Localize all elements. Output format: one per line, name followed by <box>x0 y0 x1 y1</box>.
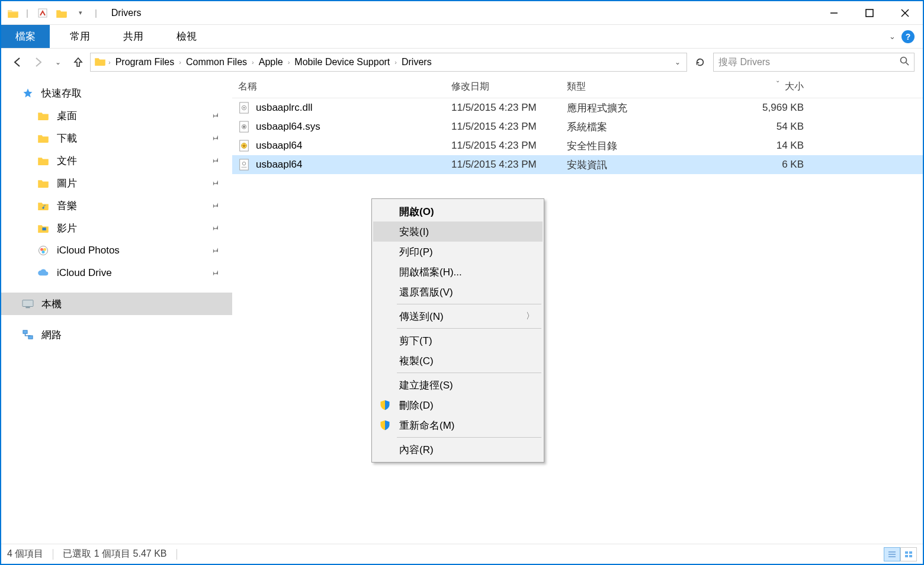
chevron-right-icon[interactable]: › <box>394 59 397 66</box>
pin-icon <box>211 133 219 143</box>
context-menu-item-label: 複製(C) <box>399 354 434 368</box>
column-header-name[interactable]: 名稱 <box>232 81 451 93</box>
file-date-cell: 11/5/2015 4:23 PM <box>451 102 567 114</box>
context-menu-item[interactable]: 開啟(O) <box>373 201 543 221</box>
help-icon[interactable]: ? <box>901 30 915 43</box>
forward-button[interactable] <box>30 54 46 70</box>
sidebar-item[interactable]: 圖片 <box>1 172 232 194</box>
context-menu-item[interactable]: 建立捷徑(S) <box>373 375 543 395</box>
maximize-button[interactable] <box>852 1 887 25</box>
sidebar-item[interactable]: 音樂 <box>1 194 232 217</box>
sidebar-item-icon <box>37 199 50 212</box>
sidebar-item[interactable]: 下載 <box>1 127 232 149</box>
context-menu-item[interactable]: 內容(R) <box>373 439 543 460</box>
chevron-right-icon[interactable]: › <box>252 59 254 66</box>
file-name-cell: usbaaplrc.dll <box>232 102 451 114</box>
folder-window-icon <box>7 7 19 19</box>
context-menu-item[interactable]: 剪下(T) <box>373 330 543 351</box>
sidebar-item[interactable]: iCloud Photos <box>1 239 232 262</box>
sidebar-quick-access[interactable]: 快速存取 <box>1 82 232 104</box>
context-menu-item-label: 列印(P) <box>399 245 433 259</box>
svg-point-9 <box>40 248 43 251</box>
minimize-button[interactable] <box>816 1 852 25</box>
context-menu-separator <box>397 373 541 373</box>
close-button[interactable] <box>887 1 923 25</box>
file-type-cell: 安全性目錄 <box>567 139 739 153</box>
sidebar-network[interactable]: 網路 <box>1 323 232 346</box>
sidebar-item[interactable]: 文件 <box>1 149 232 172</box>
file-name: usbaapl64.sys <box>256 121 320 133</box>
ribbon-tab-home[interactable]: 常用 <box>53 25 107 48</box>
submenu-arrow-icon: 〉 <box>526 311 534 322</box>
crumb-common-files[interactable]: Common Files <box>184 57 249 68</box>
ribbon-tab-file[interactable]: 檔案 <box>1 25 50 48</box>
sidebar-item[interactable]: 影片 <box>1 217 232 239</box>
details-view-button[interactable] <box>884 547 900 561</box>
context-menu-item[interactable]: 複製(C) <box>373 351 543 371</box>
svg-rect-24 <box>240 159 249 170</box>
file-row[interactable]: usbaapl6411/5/2015 4:23 PM安全性目錄14 KB <box>232 136 923 155</box>
svg-rect-12 <box>23 300 33 307</box>
back-button[interactable] <box>9 54 26 70</box>
status-item-count: 4 個項目 <box>7 548 43 560</box>
column-header-size[interactable]: ⌄大小 <box>739 81 816 93</box>
qat-dropdown-icon[interactable]: ▾ <box>73 6 88 20</box>
file-size-cell: 54 KB <box>739 121 816 133</box>
context-menu-item[interactable]: 刪除(D) <box>373 395 543 415</box>
sidebar-this-pc[interactable]: 本機 <box>1 293 232 315</box>
sidebar-item[interactable]: 桌面 <box>1 104 232 127</box>
quick-access-star-icon <box>21 86 34 99</box>
file-row[interactable]: usbaapl64.sys11/5/2015 4:23 PM系統檔案54 KB <box>232 117 923 136</box>
context-menu-item[interactable]: 傳送到(N)〉 <box>373 306 543 326</box>
sidebar-item-icon <box>37 109 50 122</box>
titlebar: | ▾ | Drivers <box>1 1 923 25</box>
crumb-apple[interactable]: Apple <box>256 57 285 68</box>
qat-properties-icon[interactable] <box>36 6 50 20</box>
svg-rect-2 <box>866 9 873 17</box>
search-icon[interactable] <box>900 56 909 68</box>
crumb-drivers[interactable]: Drivers <box>399 57 434 68</box>
search-input[interactable]: 搜尋 Drivers <box>713 53 915 72</box>
file-name-cell: usbaapl64 <box>232 140 451 152</box>
thumbnails-view-button[interactable] <box>900 547 917 561</box>
svg-point-10 <box>43 248 46 251</box>
context-menu-item-label: 內容(R) <box>399 443 434 457</box>
chevron-right-icon[interactable]: › <box>108 59 111 66</box>
ribbon-expand-icon[interactable]: ⌄ <box>889 32 896 41</box>
file-size-cell: 5,969 KB <box>739 102 816 114</box>
file-row[interactable]: usbaapl6411/5/2015 4:23 PM安裝資訊6 KB <box>232 155 923 174</box>
recent-dropdown-icon[interactable]: ⌄ <box>50 54 66 70</box>
address-dropdown-icon[interactable]: ⌄ <box>675 58 681 66</box>
context-menu: 開啟(O)安裝(I)列印(P)開啟檔案(H)...還原舊版(V)傳送到(N)〉剪… <box>371 198 544 463</box>
svg-rect-15 <box>28 336 33 339</box>
file-row[interactable]: usbaaplrc.dll11/5/2015 4:23 PM應用程式擴充5,96… <box>232 98 923 117</box>
ribbon-tab-share[interactable]: 共用 <box>107 25 160 48</box>
status-bar: 4 個項目 已選取 1 個項目 5.47 KB <box>1 544 923 564</box>
ribbon-tab-view[interactable]: 檢視 <box>160 25 213 48</box>
context-menu-item[interactable]: 還原舊版(V) <box>373 282 543 302</box>
sidebar-item-icon <box>37 221 50 235</box>
context-menu-item[interactable]: 安裝(I) <box>373 221 543 242</box>
file-size-cell: 14 KB <box>739 140 816 152</box>
context-menu-item[interactable]: 列印(P) <box>373 242 543 262</box>
column-header-type[interactable]: 類型 <box>567 81 739 93</box>
up-button[interactable] <box>70 54 86 70</box>
sidebar-item-icon <box>37 154 50 167</box>
refresh-button[interactable] <box>691 53 710 72</box>
svg-rect-14 <box>23 330 27 333</box>
sidebar-item-label: 音樂 <box>57 199 77 213</box>
crumb-program-files[interactable]: Program Files <box>113 57 177 68</box>
chevron-right-icon[interactable]: › <box>288 59 290 66</box>
sidebar-item-label: 文件 <box>57 154 77 168</box>
breadcrumb-root-icon[interactable] <box>94 56 106 68</box>
crumb-mds[interactable]: Mobile Device Support <box>292 57 392 68</box>
file-name: usbaaplrc.dll <box>256 102 312 114</box>
chevron-right-icon[interactable]: › <box>179 59 181 66</box>
context-menu-item[interactable]: 開啟檔案(H)... <box>373 262 543 282</box>
qat-folder-icon[interactable] <box>54 6 69 20</box>
view-mode-buttons <box>884 547 917 561</box>
sidebar-item[interactable]: iCloud Drive <box>1 262 232 284</box>
column-header-date[interactable]: 修改日期 <box>451 81 567 93</box>
context-menu-item[interactable]: 重新命名(M) <box>373 415 543 435</box>
breadcrumb[interactable]: › Program Files › Common Files › Apple ›… <box>90 53 687 72</box>
